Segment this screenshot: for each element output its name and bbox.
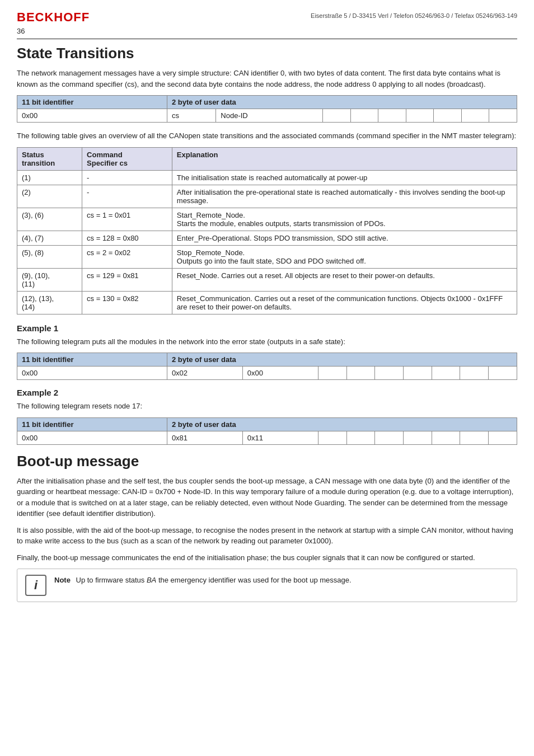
table-row: 0x00 cs Node-ID: [17, 109, 517, 123]
table1-cell-e4: [406, 109, 434, 123]
example2-title: Example 2: [17, 388, 517, 397]
state-row6-cmd: cs = 129 = 0x81: [82, 268, 172, 291]
state-row7-exp: Reset_Communication. Carries out a reset…: [172, 291, 517, 314]
ex1-cell-6: [403, 367, 432, 380]
table1-cell-e6: [461, 109, 489, 123]
table-row: (4), (7) cs = 128 = 0x80 Enter_Pre-Opera…: [17, 231, 517, 245]
state-row7-status: (12), (13),(14): [17, 291, 82, 314]
state-row2-exp: After initialisation the pre-operational…: [172, 185, 517, 208]
table-row: 0x00 0x81 0x11: [17, 431, 517, 444]
state-row4-cmd: cs = 128 = 0x80: [82, 231, 172, 245]
ex2-cell-2: 0x11: [242, 431, 318, 444]
state-row6-status: (9), (10),(11): [17, 268, 82, 291]
state-table-header-exp: Explanation: [172, 147, 517, 170]
table1-cell-id: 0x00: [17, 109, 167, 123]
info-icon: i: [25, 575, 46, 596]
ex1-cell-3: [318, 367, 346, 380]
example2-table: 11 bit identifier 2 byte of user data 0x…: [17, 417, 517, 445]
table-row: (9), (10),(11) cs = 129 = 0x81 Reset_Nod…: [17, 268, 517, 291]
section2-para1: After the initialisation phase and the s…: [17, 476, 517, 519]
ex2-header-ud: 2 byte of user data: [167, 417, 517, 431]
table1-cell-e7: [489, 109, 517, 123]
ex2-cell-8: [460, 431, 489, 444]
ex1-header-ud: 2 byte of user data: [167, 353, 517, 367]
note-box: i Note Up to firmware status BA the emer…: [17, 569, 517, 602]
state-row4-status: (4), (7): [17, 231, 82, 245]
ex2-cell-5: [375, 431, 404, 444]
ex1-cell-2: 0x00: [242, 367, 318, 380]
state-row2-status: (2): [17, 185, 82, 208]
table-row: 0x00 0x02 0x00: [17, 367, 517, 380]
state-row2-cmd: -: [82, 185, 172, 208]
state-row1-exp: The initialisation state is reached auto…: [172, 170, 517, 185]
ex2-cell-7: [432, 431, 460, 444]
section2-title: Boot-up message: [17, 453, 517, 470]
ex1-cell-1: 0x02: [167, 367, 242, 380]
example1-intro: The following telegram puts all the modu…: [17, 336, 517, 348]
section1-title: State Transitions: [17, 45, 517, 62]
company-logo: BECKHOFF: [17, 10, 90, 25]
state-transition-table: Statustransition CommandSpecifier cs Exp…: [17, 147, 517, 314]
ex1-cell-8: [460, 367, 489, 380]
top-rule: [17, 39, 517, 39]
note-text-body: Up to firmware status BA the emergency i…: [76, 576, 352, 584]
state-table-header-cmd: CommandSpecifier cs: [82, 147, 172, 170]
example2-intro: The following telegram resets node 17:: [17, 401, 517, 412]
state-row5-cmd: cs = 2 = 0x02: [82, 245, 172, 268]
table1-cell-nodeid: Node-ID: [216, 109, 323, 123]
table1-cell-cs: cs: [167, 109, 216, 123]
table1-cell-e1: [323, 109, 351, 123]
example1-title: Example 1: [17, 323, 517, 333]
page-number: 36: [0, 25, 534, 35]
state-row7-cmd: cs = 130 = 0x82: [82, 291, 172, 314]
ex2-cell-4: [346, 431, 375, 444]
state-row6-exp: Reset_Node. Carries out a reset. All obj…: [172, 268, 517, 291]
ex2-cell-3: [318, 431, 346, 444]
header-address: Eiserstraße 5 / D-33415 Verl / Telefon 0…: [311, 12, 517, 19]
ex2-cell-1: 0x81: [167, 431, 242, 444]
table1-cell-e2: [350, 109, 378, 123]
table-row: (2) - After initialisation the pre-opera…: [17, 185, 517, 208]
table1-cell-e5: [434, 109, 462, 123]
state-row3-exp: Start_Remote_Node.Starts the module, ena…: [172, 208, 517, 231]
ex1-header-id: 11 bit identifier: [17, 353, 167, 367]
table-row: (3), (6) cs = 1 = 0x01 Start_Remote_Node…: [17, 208, 517, 231]
table1: 11 bit identifier 2 byte of user data 0x…: [17, 95, 517, 123]
ex1-cell-7: [432, 367, 460, 380]
section2-para2: It is also possible, with the aid of the…: [17, 525, 517, 547]
ex2-cell-9: [489, 431, 517, 444]
table1-header-ud: 2 byte of user data: [167, 96, 517, 109]
ex1-cell-5: [375, 367, 404, 380]
state-row4-exp: Enter_Pre-Operational. Stops PDO transmi…: [172, 231, 517, 245]
state-row3-status: (3), (6): [17, 208, 82, 231]
ex1-cell-4: [346, 367, 375, 380]
table-row: (5), (8) cs = 2 = 0x02 Stop_Remote_Node.…: [17, 245, 517, 268]
state-row3-cmd: cs = 1 = 0x01: [82, 208, 172, 231]
state-row5-exp: Stop_Remote_Node.Outputs go into the fau…: [172, 245, 517, 268]
section2-para3: Finally, the boot-up message communicate…: [17, 552, 517, 564]
main-content: State Transitions The network management…: [0, 45, 534, 619]
note-label: Note: [54, 576, 71, 584]
table1-cell-e3: [378, 109, 406, 123]
table1-header-id: 11 bit identifier: [17, 96, 167, 109]
ex1-cell-9: [489, 367, 517, 380]
state-row5-status: (5), (8): [17, 245, 82, 268]
table-intro-text: The following table gives an overview of…: [17, 130, 517, 142]
state-row1-cmd: -: [82, 170, 172, 185]
note-content: Note Up to firmware status BA the emerge…: [54, 575, 352, 586]
ex1-cell-id: 0x00: [17, 367, 167, 380]
example1-table: 11 bit identifier 2 byte of user data 0x…: [17, 353, 517, 380]
page-header: BECKHOFF Eiserstraße 5 / D-33415 Verl / …: [0, 0, 534, 25]
state-table-header-status: Statustransition: [17, 147, 82, 170]
state-row1-status: (1): [17, 170, 82, 185]
ex2-header-id: 11 bit identifier: [17, 417, 167, 431]
table-row: (1) - The initialisation state is reache…: [17, 170, 517, 185]
ex2-cell-id: 0x00: [17, 431, 167, 444]
section1-intro: The network management messages have a v…: [17, 68, 517, 90]
table-row: (12), (13),(14) cs = 130 = 0x82 Reset_Co…: [17, 291, 517, 314]
ex2-cell-6: [403, 431, 432, 444]
